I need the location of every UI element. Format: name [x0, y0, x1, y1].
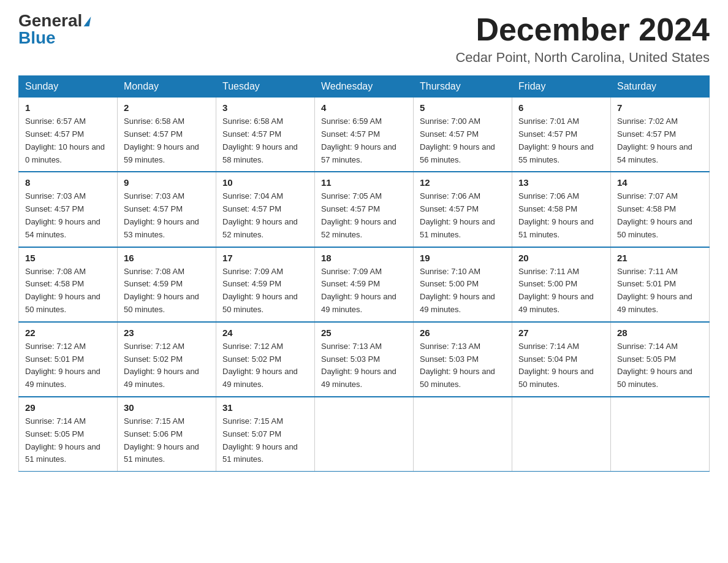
calendar-week-2: 8Sunrise: 7:03 AMSunset: 4:57 PMDaylight…	[19, 172, 710, 247]
logo-general-text: General	[18, 12, 82, 29]
day-info: Sunrise: 7:14 AMSunset: 5:04 PMDaylight:…	[518, 340, 604, 391]
table-row: 21Sunrise: 7:11 AMSunset: 5:01 PMDayligh…	[611, 247, 710, 322]
day-number: 14	[617, 177, 703, 188]
days-of-week-row: Sunday Monday Tuesday Wednesday Thursday…	[19, 76, 710, 98]
day-info: Sunrise: 6:58 AMSunset: 4:57 PMDaylight:…	[222, 115, 308, 166]
day-number: 19	[420, 253, 506, 263]
col-friday: Friday	[512, 76, 611, 98]
table-row: 16Sunrise: 7:08 AMSunset: 4:59 PMDayligh…	[118, 247, 216, 322]
day-info: Sunrise: 7:15 AMSunset: 5:06 PMDaylight:…	[124, 415, 210, 466]
day-info: Sunrise: 7:04 AMSunset: 4:57 PMDaylight:…	[222, 190, 308, 241]
day-info: Sunrise: 7:03 AMSunset: 4:57 PMDaylight:…	[124, 190, 210, 241]
logo-blue-text: Blue	[18, 29, 56, 47]
day-info: Sunrise: 7:02 AMSunset: 4:57 PMDaylight:…	[617, 115, 703, 166]
day-number: 13	[518, 177, 604, 188]
table-row: 14Sunrise: 7:07 AMSunset: 4:58 PMDayligh…	[611, 172, 710, 247]
day-info: Sunrise: 7:12 AMSunset: 5:02 PMDaylight:…	[124, 340, 210, 391]
table-row: 7Sunrise: 7:02 AMSunset: 4:57 PMDaylight…	[611, 98, 710, 172]
day-info: Sunrise: 7:09 AMSunset: 4:59 PMDaylight:…	[222, 266, 308, 316]
page-header: General Blue December 2024 Cedar Point, …	[18, 12, 710, 66]
table-row: 8Sunrise: 7:03 AMSunset: 4:57 PMDaylight…	[19, 172, 118, 247]
day-number: 9	[124, 177, 210, 188]
day-number: 2	[124, 102, 210, 113]
day-info: Sunrise: 7:06 AMSunset: 4:58 PMDaylight:…	[518, 190, 604, 241]
logo: General Blue	[18, 12, 90, 47]
day-number: 11	[321, 177, 407, 188]
day-info: Sunrise: 7:03 AMSunset: 4:57 PMDaylight:…	[25, 190, 111, 241]
day-number: 31	[222, 402, 308, 413]
day-number: 3	[222, 102, 308, 113]
day-number: 16	[124, 253, 210, 263]
day-info: Sunrise: 7:01 AMSunset: 4:57 PMDaylight:…	[518, 115, 604, 166]
day-number: 12	[420, 177, 506, 188]
col-tuesday: Tuesday	[216, 76, 315, 98]
table-row: 15Sunrise: 7:08 AMSunset: 4:58 PMDayligh…	[19, 247, 118, 322]
table-row: 31Sunrise: 7:15 AMSunset: 5:07 PMDayligh…	[216, 397, 315, 472]
day-info: Sunrise: 7:15 AMSunset: 5:07 PMDaylight:…	[222, 415, 308, 466]
table-row: 3Sunrise: 6:58 AMSunset: 4:57 PMDaylight…	[216, 98, 315, 172]
calendar-week-4: 22Sunrise: 7:12 AMSunset: 5:01 PMDayligh…	[19, 322, 710, 397]
table-row: 22Sunrise: 7:12 AMSunset: 5:01 PMDayligh…	[19, 322, 118, 397]
day-number: 10	[222, 177, 308, 188]
table-row: 17Sunrise: 7:09 AMSunset: 4:59 PMDayligh…	[216, 247, 315, 322]
day-info: Sunrise: 7:07 AMSunset: 4:58 PMDaylight:…	[617, 190, 703, 241]
day-number: 7	[617, 102, 703, 113]
table-row	[611, 397, 710, 472]
col-thursday: Thursday	[414, 76, 512, 98]
day-info: Sunrise: 7:14 AMSunset: 5:05 PMDaylight:…	[617, 340, 703, 391]
table-row: 27Sunrise: 7:14 AMSunset: 5:04 PMDayligh…	[512, 322, 611, 397]
table-row: 9Sunrise: 7:03 AMSunset: 4:57 PMDaylight…	[118, 172, 216, 247]
day-info: Sunrise: 7:13 AMSunset: 5:03 PMDaylight:…	[321, 340, 407, 391]
day-number: 24	[222, 327, 308, 338]
day-number: 20	[518, 253, 604, 263]
col-saturday: Saturday	[611, 76, 710, 98]
day-info: Sunrise: 7:11 AMSunset: 5:00 PMDaylight:…	[518, 266, 604, 316]
table-row: 5Sunrise: 7:00 AMSunset: 4:57 PMDaylight…	[414, 98, 512, 172]
table-row: 28Sunrise: 7:14 AMSunset: 5:05 PMDayligh…	[611, 322, 710, 397]
day-info: Sunrise: 6:58 AMSunset: 4:57 PMDaylight:…	[124, 115, 210, 166]
title-area: December 2024 Cedar Point, North Carolin…	[455, 12, 710, 66]
table-row: 20Sunrise: 7:11 AMSunset: 5:00 PMDayligh…	[512, 247, 611, 322]
col-wednesday: Wednesday	[315, 76, 414, 98]
day-number: 6	[518, 102, 604, 113]
day-info: Sunrise: 7:14 AMSunset: 5:05 PMDaylight:…	[25, 415, 111, 466]
day-info: Sunrise: 7:11 AMSunset: 5:01 PMDaylight:…	[617, 266, 703, 316]
day-number: 17	[222, 253, 308, 263]
table-row	[512, 397, 611, 472]
calendar-week-3: 15Sunrise: 7:08 AMSunset: 4:58 PMDayligh…	[19, 247, 710, 322]
day-number: 25	[321, 327, 407, 338]
table-row	[315, 397, 414, 472]
day-number: 4	[321, 102, 407, 113]
table-row: 12Sunrise: 7:06 AMSunset: 4:57 PMDayligh…	[414, 172, 512, 247]
table-row: 11Sunrise: 7:05 AMSunset: 4:57 PMDayligh…	[315, 172, 414, 247]
day-info: Sunrise: 7:08 AMSunset: 4:58 PMDaylight:…	[25, 266, 111, 316]
table-row: 4Sunrise: 6:59 AMSunset: 4:57 PMDaylight…	[315, 98, 414, 172]
table-row: 25Sunrise: 7:13 AMSunset: 5:03 PMDayligh…	[315, 322, 414, 397]
day-number: 5	[420, 102, 506, 113]
table-row: 13Sunrise: 7:06 AMSunset: 4:58 PMDayligh…	[512, 172, 611, 247]
day-number: 1	[25, 102, 111, 113]
day-info: Sunrise: 6:59 AMSunset: 4:57 PMDaylight:…	[321, 115, 407, 166]
table-row: 2Sunrise: 6:58 AMSunset: 4:57 PMDaylight…	[118, 98, 216, 172]
calendar-week-5: 29Sunrise: 7:14 AMSunset: 5:05 PMDayligh…	[19, 397, 710, 472]
table-row: 30Sunrise: 7:15 AMSunset: 5:06 PMDayligh…	[118, 397, 216, 472]
day-info: Sunrise: 7:06 AMSunset: 4:57 PMDaylight:…	[420, 190, 506, 241]
day-number: 28	[617, 327, 703, 338]
calendar-table: Sunday Monday Tuesday Wednesday Thursday…	[18, 75, 710, 472]
day-info: Sunrise: 7:10 AMSunset: 5:00 PMDaylight:…	[420, 266, 506, 316]
day-number: 21	[617, 253, 703, 263]
table-row: 6Sunrise: 7:01 AMSunset: 4:57 PMDaylight…	[512, 98, 611, 172]
day-info: Sunrise: 7:05 AMSunset: 4:57 PMDaylight:…	[321, 190, 407, 241]
day-number: 18	[321, 253, 407, 263]
day-info: Sunrise: 7:13 AMSunset: 5:03 PMDaylight:…	[420, 340, 506, 391]
day-number: 8	[25, 177, 111, 188]
table-row: 26Sunrise: 7:13 AMSunset: 5:03 PMDayligh…	[414, 322, 512, 397]
day-number: 26	[420, 327, 506, 338]
day-info: Sunrise: 7:12 AMSunset: 5:02 PMDaylight:…	[222, 340, 308, 391]
day-info: Sunrise: 7:00 AMSunset: 4:57 PMDaylight:…	[420, 115, 506, 166]
location-subtitle: Cedar Point, North Carolina, United Stat…	[455, 50, 710, 66]
table-row: 19Sunrise: 7:10 AMSunset: 5:00 PMDayligh…	[414, 247, 512, 322]
table-row: 23Sunrise: 7:12 AMSunset: 5:02 PMDayligh…	[118, 322, 216, 397]
day-number: 29	[25, 402, 111, 413]
table-row: 1Sunrise: 6:57 AMSunset: 4:57 PMDaylight…	[19, 98, 118, 172]
